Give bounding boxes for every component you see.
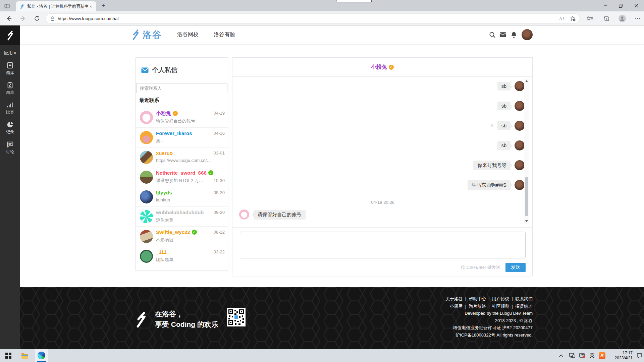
contact-avatar[interactable] xyxy=(140,230,153,243)
contact-avatar[interactable] xyxy=(140,151,153,164)
message-delete-icon[interactable]: × xyxy=(490,123,493,129)
footer-link[interactable]: 用户协议 xyxy=(492,296,509,301)
chat-peer-name[interactable]: 小粉兔 xyxy=(371,64,387,71)
contact-avatar[interactable] xyxy=(140,171,153,184)
tab-actions-icon[interactable] xyxy=(3,2,11,10)
user-avatar[interactable] xyxy=(522,29,533,40)
self-avatar[interactable] xyxy=(515,180,525,190)
nav-link-wangxiao[interactable]: 洛谷网校 xyxy=(177,31,199,38)
bell-icon[interactable] xyxy=(510,31,517,38)
collections-icon[interactable] xyxy=(602,14,611,23)
action-center-icon[interactable] xyxy=(635,349,644,362)
forward-icon[interactable] xyxy=(19,14,27,22)
footer-link[interactable]: 小黑屋 xyxy=(450,304,463,309)
chat-scrollbar[interactable] xyxy=(524,78,529,224)
contact-name[interactable]: _111_ xyxy=(156,249,169,255)
browser-tab[interactable]: 私信 - 洛谷 | 计算机科学教育新生 × xyxy=(16,1,96,11)
add-favorite-icon[interactable] xyxy=(569,15,576,22)
contact-name[interactable]: ljfyyds xyxy=(156,190,172,195)
contact-last-message: 请保管好自己的账号 xyxy=(156,118,195,124)
contact-avatar[interactable] xyxy=(140,190,153,203)
window-minimize-button[interactable] xyxy=(598,0,613,11)
send-button[interactable]: 发送 xyxy=(505,263,526,272)
contact-name[interactable]: Netherite_sword_666 xyxy=(156,170,207,176)
self-avatar[interactable] xyxy=(515,140,525,150)
scrollbar-thumb[interactable] xyxy=(525,177,528,216)
footer-link[interactable]: 帮助中心 xyxy=(469,296,486,301)
start-button[interactable] xyxy=(3,349,14,362)
edge-taskbar-icon[interactable] xyxy=(35,349,48,362)
contact-row[interactable]: Swiftie_wyc22✓ 不影响啦 08-22 xyxy=(136,226,228,246)
refresh-icon[interactable] xyxy=(33,14,41,22)
read-aloud-icon[interactable]: A xyxy=(558,15,566,22)
contact-name[interactable]: Forever_Ikaros xyxy=(156,130,192,136)
contact-last-message: 奥~ xyxy=(156,138,163,144)
contact-name[interactable]: wubbalubbadubdub xyxy=(156,209,204,215)
sidebar-item-discuss[interactable]: 讨论 xyxy=(0,141,20,155)
contact-name[interactable]: Swiftie_wyc22 xyxy=(156,229,190,235)
sogou-input-icon[interactable]: S xyxy=(598,349,606,362)
browser-menu-icon[interactable] xyxy=(633,14,642,23)
sidebar-item-problemset[interactable]: 题库 xyxy=(0,62,20,76)
file-explorer-icon[interactable] xyxy=(19,349,31,362)
contact-row[interactable]: ljfyyds kunkun 09-20 xyxy=(136,187,228,206)
self-avatar[interactable] xyxy=(515,160,525,170)
contact-row[interactable]: Forever_Ikaros 奥~ 04-16 xyxy=(136,127,228,147)
message-input[interactable] xyxy=(240,232,526,258)
favorites-icon[interactable] xyxy=(585,14,594,23)
nav-link-youti[interactable]: 洛谷有题 xyxy=(214,31,235,38)
sent-message-row: sb xyxy=(232,81,533,91)
contact-row[interactable]: xueruo https://www.luogu.com.cn/p... 03-… xyxy=(136,147,228,167)
scroll-up-icon[interactable] xyxy=(525,80,528,82)
tab-title: 私信 - 洛谷 | 计算机科学教育新生 xyxy=(27,4,88,9)
contact-name[interactable]: 小粉兔 xyxy=(156,110,171,117)
mail-icon[interactable] xyxy=(499,31,506,38)
tray-capture-icon[interactable] xyxy=(578,349,587,362)
scroll-down-icon[interactable] xyxy=(525,220,528,222)
luogu-logo[interactable]: 洛谷 xyxy=(130,29,162,41)
contact-row[interactable]: wubbalubbadubdub 鸡你太美 09-20 xyxy=(136,206,228,226)
sent-message-row: sb xyxy=(232,140,533,150)
chevron-right-icon: » xyxy=(14,50,16,55)
contact-avatar[interactable] xyxy=(140,210,153,223)
contact-date: 03-01 xyxy=(214,150,225,156)
ime-language-indicator[interactable]: 英 xyxy=(588,349,596,362)
footer-link[interactable]: 关于洛谷 xyxy=(445,296,463,301)
browser-profile-avatar[interactable] xyxy=(618,14,627,23)
search-icon[interactable] xyxy=(489,31,496,38)
window-restore-button[interactable] xyxy=(613,0,629,11)
sidebar-item-contests[interactable]: 比赛 xyxy=(0,101,20,115)
url-text[interactable]: https://www.luogu.com.cn/chat xyxy=(58,16,555,21)
tray-chevron-up-icon[interactable] xyxy=(557,349,566,362)
tray-network-icon[interactable] xyxy=(568,349,577,362)
self-avatar[interactable] xyxy=(515,81,525,91)
sidebar-item-apps[interactable]: 应用 » xyxy=(0,50,20,56)
back-icon[interactable] xyxy=(5,14,13,22)
window-close-button[interactable] xyxy=(629,0,644,11)
self-avatar[interactable] xyxy=(515,101,525,111)
contact-avatar[interactable] xyxy=(140,111,153,124)
contact-avatar[interactable] xyxy=(140,131,153,144)
contact-row[interactable]: 小粉兔✓ 请保管好自己的账号 04-19 xyxy=(136,108,228,127)
search-contacts-input[interactable] xyxy=(136,83,227,93)
taskbar-clock[interactable]: 17:17 2023/4/21 xyxy=(608,349,634,362)
footer-tagline-line1: 在洛谷， xyxy=(155,309,218,319)
sidebar-item-problem-list[interactable]: 题单 xyxy=(0,81,20,96)
self-avatar[interactable] xyxy=(515,121,525,131)
footer-link[interactable]: 招贤纳才 xyxy=(515,304,533,309)
new-tab-button[interactable]: + xyxy=(100,3,106,9)
tab-close-icon[interactable]: × xyxy=(88,4,94,9)
peer-avatar[interactable] xyxy=(239,209,249,220)
contact-row[interactable]: Netherite_sword_666✓ 诚邀您参加 NTOI-2 万圣... … xyxy=(136,167,228,187)
bar-chart-icon xyxy=(6,101,14,109)
sidebar-item-records[interactable]: 记录 xyxy=(0,121,20,135)
footer-link[interactable]: 社区规则 xyxy=(492,304,509,309)
address-bar[interactable]: https://www.luogu.com.cn/chat A xyxy=(45,13,580,23)
footer-link[interactable]: 联系我们 xyxy=(515,296,533,301)
browser-tab-strip: 私信 - 洛谷 | 计算机科学教育新生 × + xyxy=(0,0,644,11)
luogu-logo-icon[interactable] xyxy=(0,25,20,45)
footer-link[interactable]: 陶片放逐 xyxy=(469,304,486,309)
contact-row[interactable]: _111_ 团队题单 03-22 xyxy=(136,246,228,266)
contact-name[interactable]: xueruo xyxy=(156,150,173,156)
contact-avatar[interactable] xyxy=(140,250,153,263)
